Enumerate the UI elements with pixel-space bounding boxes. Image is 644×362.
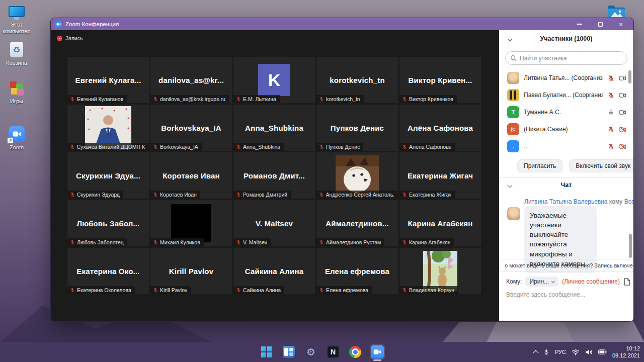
video-tile[interactable]: Аймалетдинов... Аймалетдинов Рустам bbox=[316, 200, 398, 246]
video-tile[interactable]: Екатерина Око... Екатерина Околелова bbox=[67, 248, 149, 294]
video-tile[interactable]: Михаил Куликов bbox=[150, 200, 232, 246]
record-icon bbox=[57, 36, 62, 41]
participant-display-name: Екатерина Жигач bbox=[408, 171, 473, 180]
video-tile[interactable]: Евгений Кулага... Евгений Кулаганов bbox=[67, 57, 149, 103]
video-tile[interactable]: Алёна Сафонова Алёна Сафонова bbox=[399, 105, 481, 151]
video-tile[interactable]: Пупков Денис Пупков Денис bbox=[316, 105, 398, 151]
sender-name[interactable]: Литвина Татьяна Валерьевна bbox=[524, 198, 608, 205]
invite-button[interactable]: Пригласить bbox=[517, 159, 562, 172]
minimize-button[interactable] bbox=[571, 18, 588, 30]
desktop-icon-zoom[interactable]: ↗Zoom bbox=[1, 126, 32, 151]
video-tile[interactable]: korotkevich_tn korotkevich_tn bbox=[316, 57, 398, 103]
muted-mic-icon bbox=[70, 192, 75, 197]
this-pc-icon bbox=[8, 3, 25, 20]
participant-list: Литвина Татья... (Соорганизатор) Павел Б… bbox=[499, 69, 633, 155]
chat-header[interactable]: Чат bbox=[499, 182, 633, 189]
window-title: Zoom Конференция bbox=[65, 21, 568, 27]
video-tile[interactable]: Екатерина Жигач Екатерина Жигач bbox=[399, 152, 481, 199]
video-tile[interactable]: Владислав Корзун bbox=[399, 248, 481, 294]
letter-avatar: K bbox=[258, 64, 290, 96]
speaker-icon[interactable] bbox=[585, 349, 593, 355]
participant-display-name: Kirill Pavlov bbox=[169, 267, 213, 276]
participant-display-name: korotkevich_tn bbox=[330, 76, 385, 84]
participant-row[interactable]: .... bbox=[499, 138, 633, 155]
participant-display-name: Карина Агабекян bbox=[408, 219, 473, 228]
video-tile[interactable]: Borkovskaya_IA Borkovskaya_IA bbox=[150, 105, 232, 151]
participant-row[interactable]: Литвина Татья... (Соорганизатор) bbox=[499, 69, 633, 86]
participants-header[interactable]: Участники (1000) bbox=[499, 35, 633, 42]
wifi-icon[interactable] bbox=[572, 349, 580, 355]
scrollbar-thumb[interactable] bbox=[628, 70, 631, 83]
video-tile[interactable]: Андреенко Сергей Анатоль... bbox=[316, 152, 398, 199]
video-tile[interactable]: Любовь Забол... Любовь Заболотец bbox=[67, 200, 149, 246]
desktop-icon-this-pc[interactable]: Этот компьютер bbox=[1, 3, 32, 34]
participant-name: Туманин А.С. bbox=[524, 109, 603, 116]
video-tile[interactable]: Скурихин Эдуа... Скурихин Эдуард bbox=[67, 152, 149, 199]
taskbar-icon-chrome[interactable] bbox=[348, 344, 363, 359]
muted-mic-icon bbox=[153, 288, 158, 293]
video-grid: Евгений Кулага... Евгений Кулагановdanil… bbox=[67, 57, 481, 294]
avatar: (С bbox=[507, 123, 519, 135]
participant-row[interactable]: Павел Булатни... (Соорганизатор) bbox=[499, 86, 633, 104]
recording-indicator[interactable]: Запись bbox=[57, 35, 83, 41]
video-tile[interactable]: danilova_as@kr... danilova_as@krsk.irgup… bbox=[150, 57, 232, 103]
unmute-button[interactable]: Включить свой звук bbox=[569, 159, 634, 172]
camera-icon bbox=[619, 109, 626, 116]
muted-mic-icon bbox=[608, 75, 614, 81]
scrollbar-thumb[interactable] bbox=[629, 234, 632, 258]
participant-name: Павел Булатни... (Соорганизатор) bbox=[524, 92, 603, 99]
participant-display-name: Пупков Денис bbox=[331, 124, 384, 132]
recipient-name[interactable]: Все bbox=[624, 198, 634, 205]
battery-icon[interactable] bbox=[598, 349, 607, 355]
desktop-icons: Этот компьютер♻Корзина Игры ↗Zoom bbox=[1, 3, 32, 150]
tile-name-label: V. Maltsev bbox=[233, 238, 271, 246]
participant-row[interactable]: ТТуманин А.С. bbox=[499, 104, 633, 121]
tile-name-label: Borkovskaya_IA bbox=[150, 143, 202, 151]
participant-display-name: Романов Дмит... bbox=[244, 171, 305, 180]
video-tile[interactable]: Карина Агабекян Карина Агабекян bbox=[399, 200, 481, 246]
muted-mic-icon bbox=[70, 144, 74, 149]
participant-row[interactable]: (С(Никита Сажин) bbox=[499, 121, 633, 138]
video-tile[interactable]: Виктор Кривен... Виктор Кривенков bbox=[399, 57, 481, 103]
participant-display-name: Anna_Shubkina bbox=[245, 124, 303, 132]
video-tile[interactable]: Anna_Shubkina Anna_Shubkina bbox=[233, 105, 315, 151]
search-input[interactable] bbox=[505, 51, 627, 65]
muted-mic-icon bbox=[402, 192, 407, 197]
profile-photo bbox=[336, 155, 379, 196]
tray-expand-icon[interactable] bbox=[533, 350, 538, 355]
video-tile[interactable]: Коротаев Иван Коротаев Иван bbox=[150, 152, 232, 199]
video-tile[interactable]: Сайкина Алина Сайкина Алина bbox=[233, 248, 315, 294]
recipient-dropdown[interactable]: Ирин... bbox=[525, 277, 558, 287]
tile-name-label: Коротаев Иван bbox=[150, 191, 200, 199]
video-tile[interactable]: Сухачёв Виталий ДЦОМП К... bbox=[67, 105, 149, 151]
desktop-icon-games[interactable]: Игры bbox=[1, 79, 32, 105]
video-tile[interactable]: Романов Дмит... Романов Дмитрий bbox=[233, 152, 315, 199]
maximize-button[interactable] bbox=[592, 18, 609, 30]
tile-name-label: Е.М. Лыткина bbox=[233, 95, 280, 103]
mic-tray-icon[interactable] bbox=[543, 348, 549, 356]
tile-name-label: Скурихин Эдуард bbox=[67, 191, 123, 199]
video-tile[interactable]: V. Maltsev V. Maltsev bbox=[233, 200, 315, 246]
close-button[interactable]: × bbox=[612, 18, 629, 30]
tile-name-label: Anna_Shubkina bbox=[233, 143, 284, 151]
taskbar-icon-widgets[interactable] bbox=[281, 344, 296, 359]
taskbar-icon-notepad[interactable]: N bbox=[326, 344, 341, 359]
video-tile[interactable]: Елена ефремова Елена ефремова bbox=[316, 248, 398, 294]
video-tile[interactable]: K Е.М. Лыткина bbox=[233, 57, 315, 103]
tile-name-label: Аймалетдинов Рустам bbox=[316, 238, 384, 246]
muted-mic-icon bbox=[608, 92, 614, 99]
clock[interactable]: 10:12 09.12.2021 bbox=[612, 345, 640, 359]
avatar bbox=[507, 72, 519, 84]
language-indicator[interactable]: РУС bbox=[555, 349, 566, 355]
desktop-icon-recycle-bin[interactable]: ♻Корзина bbox=[1, 41, 32, 66]
taskbar-icon-zoom[interactable] bbox=[370, 344, 385, 359]
muted-mic-icon bbox=[402, 288, 407, 293]
taskbar-icon-start[interactable] bbox=[259, 344, 274, 359]
participant-display-name: V. Maltsev bbox=[256, 219, 293, 228]
file-icon[interactable] bbox=[623, 278, 630, 286]
message-input[interactable] bbox=[506, 291, 626, 298]
video-tile[interactable]: Kirill Pavlov Kirill Pavlov bbox=[150, 248, 232, 294]
muted-mic-icon bbox=[608, 126, 614, 133]
taskbar-icon-settings[interactable]: ⚙ bbox=[303, 344, 318, 359]
window-titlebar[interactable]: Zoom Конференция × bbox=[51, 18, 633, 30]
